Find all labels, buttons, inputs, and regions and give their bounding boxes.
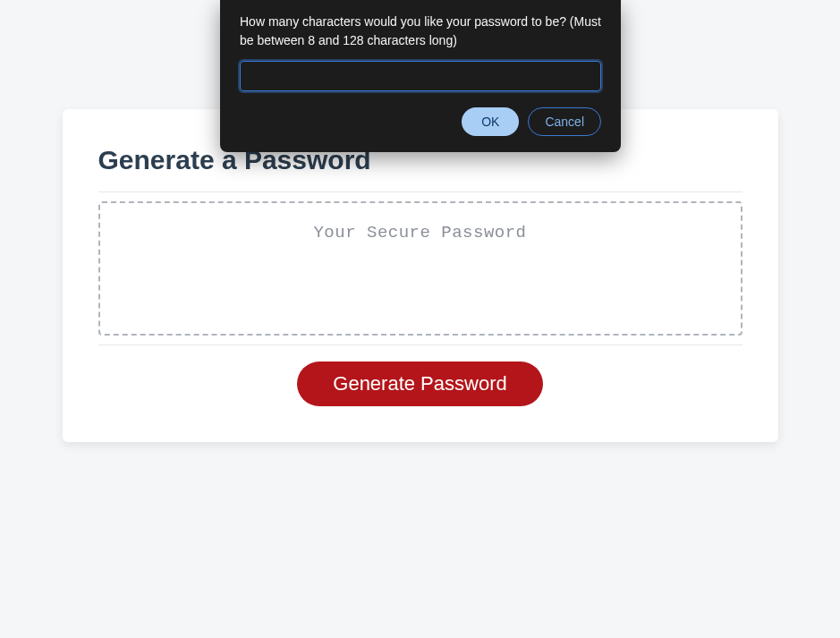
ok-button[interactable]: OK [462,107,519,136]
prompt-input[interactable] [240,61,601,91]
password-generator-card: Generate a Password Your Secure Password… [63,109,778,442]
divider-top [98,191,742,192]
button-row: Generate Password [98,362,742,406]
password-output-box: Your Secure Password [98,201,742,336]
prompt-button-row: OK Cancel [240,107,601,136]
generate-password-button[interactable]: Generate Password [297,362,542,406]
password-placeholder-text: Your Secure Password [313,223,526,334]
prompt-message: How many characters would you like your … [240,13,601,50]
divider-bottom [98,345,742,345]
prompt-dialog: How many characters would you like your … [220,0,621,152]
cancel-button[interactable]: Cancel [528,107,601,136]
